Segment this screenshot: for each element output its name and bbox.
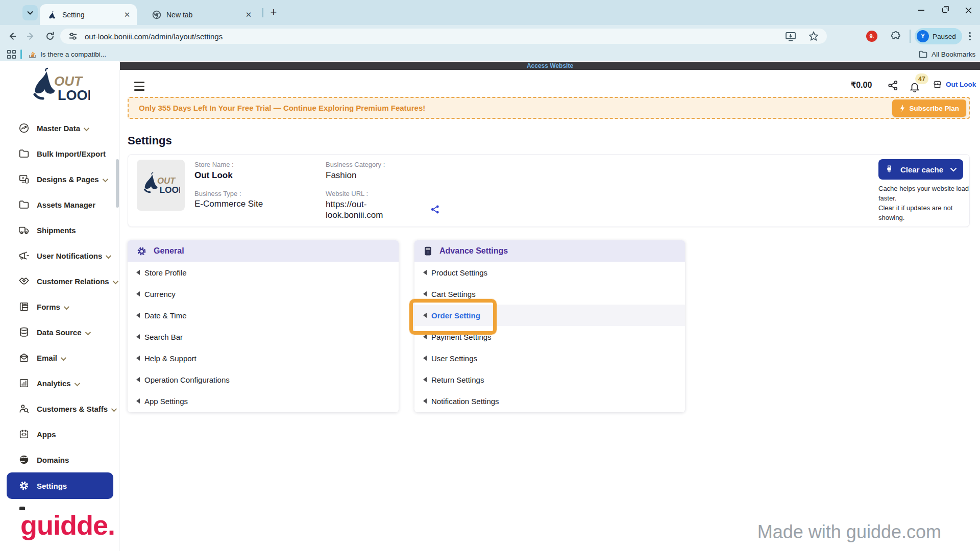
sidebar-item-label: Analytics <box>37 379 79 388</box>
sidebar-item-customer-relations[interactable]: Customer Relations <box>0 268 120 294</box>
browser-toolbar: out-look.boniii.com/admin/layout/setting… <box>0 25 980 47</box>
sidebar-item-shipments[interactable]: Shipments <box>0 217 120 243</box>
settings-link-operation-configurations[interactable]: Operation Configurations <box>128 369 399 390</box>
bookmark-star-icon[interactable] <box>808 31 819 41</box>
left-triangle-icon <box>423 291 427 296</box>
left-triangle-icon <box>136 377 140 382</box>
settings-link-search-bar[interactable]: Search Bar <box>128 326 399 347</box>
site-settings-icon[interactable] <box>68 32 78 41</box>
window-controls <box>910 0 980 20</box>
settings-link-product-settings[interactable]: Product Settings <box>414 262 685 283</box>
new-tab-button[interactable]: + <box>267 7 280 19</box>
header-share-icon[interactable] <box>888 80 898 91</box>
tab-search-button[interactable] <box>22 5 38 20</box>
forward-icon[interactable] <box>24 30 37 42</box>
minimize-button[interactable] <box>910 0 933 20</box>
website-url-value[interactable]: https://out-look.boniii.com <box>326 199 393 220</box>
hamburger-menu-icon[interactable] <box>134 82 144 91</box>
settings-link-user-settings[interactable]: User Settings <box>414 347 685 369</box>
tab-setting[interactable]: Setting ✕ <box>40 4 137 25</box>
sidebar-item-designs-pages[interactable]: Designs & Pages <box>0 166 120 192</box>
sidebar-item-customers-staffs[interactable]: Customers & Staffs <box>0 396 120 421</box>
settings-link-date-time[interactable]: Date & Time <box>128 305 399 326</box>
sidebar-item-user-notifications[interactable]: User Notifications <box>0 243 120 268</box>
omnibox[interactable]: out-look.boniii.com/admin/layout/setting… <box>60 29 827 44</box>
general-panel-header: General <box>128 240 399 262</box>
trial-banner-text: Only 355 Days Left In Your Free Trial — … <box>139 104 425 112</box>
settings-link-label: Operation Configurations <box>144 375 230 384</box>
wallet-amount[interactable]: ₹0.00 <box>851 80 872 90</box>
svg-text:OUT: OUT <box>54 73 83 89</box>
sidebar-item-master-data[interactable]: Master Data <box>0 115 120 141</box>
sidebar-item-label: Apps <box>37 430 56 439</box>
master-data-icon <box>18 122 30 134</box>
settings-link-help-support[interactable]: Help & Support <box>128 347 399 369</box>
sidebar-item-apps[interactable]: Apps <box>0 421 120 447</box>
chevron-down-icon <box>111 406 117 411</box>
settings-link-notification-settings[interactable]: Notification Settings <box>414 390 685 412</box>
folder-icon <box>18 199 30 210</box>
sidebar-item-bulk-import-export[interactable]: Bulk Import/Export <box>0 141 120 166</box>
left-triangle-icon <box>136 356 140 361</box>
chevron-down-icon <box>102 176 108 182</box>
browser-menu-icon[interactable] <box>964 30 976 42</box>
general-settings-panel: General Store ProfileCurrencyDate & Time… <box>128 240 399 412</box>
sidebar-item-email[interactable]: Email <box>0 345 120 370</box>
subscribe-plan-label: Subscribe Plan <box>909 105 959 112</box>
bookmark-item[interactable]: Is there a compatibi... <box>29 48 106 60</box>
sidebar-item-assets-manager[interactable]: Assets Manager <box>0 192 120 217</box>
chevron-down-icon <box>27 11 33 15</box>
sidebar-item-data-source[interactable]: Data Source <box>0 319 120 345</box>
all-bookmarks-label: All Bookmarks <box>932 51 975 58</box>
made-with-guidde: Made with guidde.com <box>757 521 941 543</box>
url-text[interactable]: out-look.boniii.com/admin/layout/setting… <box>85 32 785 41</box>
sidebar-item-forms[interactable]: Forms <box>0 294 120 319</box>
settings-link-label: Search Bar <box>144 333 183 341</box>
extensions-puzzle-icon[interactable] <box>890 30 902 42</box>
restore-button[interactable] <box>933 0 957 20</box>
tab-close-icon[interactable]: ✕ <box>122 10 132 19</box>
reload-icon[interactable] <box>44 30 56 42</box>
cache-note: Cache helps your website load faster. Cl… <box>878 184 969 222</box>
clear-cache-button[interactable]: Clear cache <box>878 159 963 180</box>
tab-close-icon[interactable]: ✕ <box>244 10 253 19</box>
settings-link-store-profile[interactable]: Store Profile <box>128 262 399 283</box>
sidebar-scrollbar[interactable] <box>116 159 119 208</box>
back-icon[interactable] <box>6 30 18 42</box>
share-store-icon[interactable] <box>430 205 440 214</box>
chevron-down-icon <box>112 278 118 284</box>
bookmarks-bar: Is there a compatibi... All Bookmarks <box>0 47 980 61</box>
left-triangle-icon <box>423 356 427 361</box>
subscribe-plan-button[interactable]: Subscribe Plan <box>892 99 966 117</box>
outlook-favicon <box>48 10 57 19</box>
chevron-down-icon[interactable] <box>950 167 957 172</box>
sidebar-item-analytics[interactable]: Analytics <box>0 370 120 396</box>
settings-link-label: App Settings <box>144 397 188 406</box>
designs-icon <box>18 173 30 185</box>
gear-icon <box>18 480 30 491</box>
svg-text:OUT: OUT <box>157 176 176 186</box>
all-bookmarks-button[interactable]: All Bookmarks <box>919 48 975 60</box>
sidebar-item-domains[interactable]: Domains <box>0 447 120 472</box>
tab-title: New tab <box>166 11 244 19</box>
settings-link-currency[interactable]: Currency <box>128 283 399 305</box>
sidebar-item-label: Customers & Staffs <box>37 405 115 413</box>
sidebar-item-label: Data Source <box>37 328 89 337</box>
profile-chip[interactable]: Y Paused <box>915 28 962 44</box>
toolbar-divider <box>910 30 911 43</box>
settings-link-app-settings[interactable]: App Settings <box>128 390 399 412</box>
sidebar-item-label: Assets Manager <box>37 201 95 209</box>
store-link[interactable]: Out Look <box>933 80 976 89</box>
apps-grid-icon[interactable] <box>7 50 16 59</box>
access-website-link[interactable]: Access Website <box>527 62 573 69</box>
chevron-down-icon <box>64 304 69 309</box>
settings-link-return-settings[interactable]: Return Settings <box>414 369 685 390</box>
left-triangle-icon <box>136 334 140 339</box>
extension-badge-icon[interactable]: 9. <box>866 31 877 42</box>
left-triangle-icon <box>136 398 140 404</box>
close-button[interactable] <box>957 0 980 20</box>
install-icon[interactable] <box>785 31 796 41</box>
tab-new-tab[interactable]: New tab ✕ <box>144 4 258 25</box>
outlook-logo[interactable]: OUT LOOK <box>30 66 90 109</box>
sidebar-item-settings[interactable]: Settings <box>7 472 113 499</box>
